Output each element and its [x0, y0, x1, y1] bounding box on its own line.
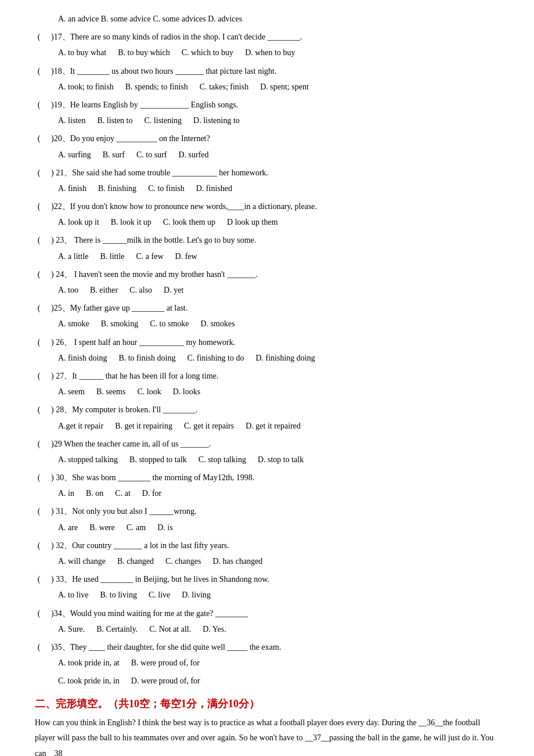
option-item: A. to live [58, 588, 89, 602]
options-row: A. to liveB. to livingC. liveD. living [58, 588, 499, 602]
paren-left: ( [35, 199, 43, 214]
question-row: ()17、There are so many kinds of radios i… [35, 30, 499, 44]
option-item: D. Yes. [203, 622, 226, 636]
option-item: C. look [137, 384, 161, 399]
question-text: ) 28、My computer is broken. I'll _______… [51, 402, 499, 417]
option-item: B. were proud of, for [131, 656, 200, 670]
options-row-1: A. took pride in, atB. were proud of, fo… [58, 656, 499, 670]
option-item: D. were proud of, for [131, 674, 200, 688]
paren-left: ( [35, 64, 43, 78]
options-row: A. took pride in, atB. were proud of, fo… [35, 656, 499, 688]
option-item: C. get it repairs [184, 419, 234, 433]
question-row: () 21、She said she had some trouble ____… [35, 165, 499, 180]
question-row: ()35、They ____ their daughter, for she d… [35, 640, 499, 654]
option-item: D. listening to [193, 113, 240, 128]
paren-left: ( [35, 538, 43, 553]
paren-left: ( [35, 504, 43, 519]
options-row: A. took; to finishB. spends; to finishC.… [58, 80, 499, 94]
question-row: () 28、My computer is broken. I'll ______… [35, 402, 499, 417]
question-text: ) 32、Our country _______ a lot in the la… [51, 538, 499, 553]
options-row: A. finish doingB. to finish doingC. fini… [58, 351, 499, 365]
paren-left: ( [35, 233, 43, 247]
question-text: )22、If you don't know how to pronounce n… [51, 199, 499, 214]
question-text: )35、They ____ their daughter, for she di… [51, 640, 499, 654]
option-item: C. live [149, 588, 170, 602]
option-item: A. Sure. [58, 622, 85, 636]
option-item: A. took; to finish [58, 80, 114, 94]
option-item: D. spent; spent [260, 80, 309, 94]
option-item: C. look them up [163, 215, 215, 229]
question-row: () 23、 There is ______milk in the bottle… [35, 233, 499, 247]
option-item: D. for [142, 486, 161, 501]
question-text: ) 21、She said she had some trouble _____… [51, 165, 499, 180]
option-item: C. to surf [136, 147, 167, 162]
option-item: C. at [115, 486, 130, 501]
options-row: A. inB. onC. atD. for [58, 486, 499, 501]
question-text: )18、It ________ us about two hours _____… [51, 64, 499, 78]
options-row: A. smokeB. smokingC. to smokeD. smokes [58, 316, 499, 331]
paren-left: ( [35, 437, 43, 451]
option-item: A. finish doing [58, 351, 107, 365]
section2-header: 二、完形填空。（共10空；每空1分，满分10分） [35, 694, 499, 713]
options-row: A. seemB. seemsC. lookD. looks [58, 384, 499, 399]
option-item: C. takes; finish [200, 80, 248, 94]
option-item: D. surfed [178, 147, 208, 162]
options-row: A. surfingB. surfC. to surfD. surfed [58, 147, 499, 162]
option-item: B. seems [96, 384, 126, 399]
question-row: ()25、My father gave up ________ at last. [35, 301, 499, 315]
option-item: B. surf [103, 147, 125, 162]
option-item: A.get it repair [58, 419, 103, 433]
option-item: B. on [86, 486, 103, 501]
option-item: D. has changed [212, 554, 262, 568]
question-row: ()34、Would you mind waiting for me at th… [35, 606, 499, 621]
option-item: D. yet [164, 283, 183, 297]
questions-container: ()17、There are so many kinds of radios i… [35, 30, 499, 688]
option-item: D. living [182, 588, 211, 602]
option-item: C. Not at all. [149, 622, 191, 636]
question-text: )29 When the teacher came in, all of us … [51, 437, 499, 451]
option-item: A. smoke [58, 316, 89, 331]
question-text: )20、Do you enjoy __________ on the Inter… [51, 131, 499, 146]
question-text: ) 23、 There is ______milk in the bottle.… [51, 233, 499, 247]
option-item: A. a little [58, 249, 89, 264]
paren-left: ( [35, 640, 43, 654]
question-text: )34、Would you mind waiting for me at the… [51, 606, 499, 621]
top-option-text: A. an advice B. some advice C. some advi… [58, 12, 242, 26]
paren-left: ( [35, 131, 43, 146]
option-item: D. smokes [201, 316, 235, 331]
option-item: B. to buy which [118, 45, 169, 60]
question-row: ()18、It ________ us about two hours ____… [35, 64, 499, 78]
option-item: B. changed [117, 554, 154, 568]
question-text: ) 27、It ______ that he has been ill for … [51, 369, 499, 383]
paren-left: ( [35, 267, 43, 282]
option-item: C. listening [145, 113, 182, 128]
top-options-row: A. an advice B. some advice C. some advi… [58, 12, 499, 26]
option-item: D. when to buy [245, 45, 295, 60]
option-item: D. finishing doing [255, 351, 315, 365]
option-item: C. stop talking [199, 452, 246, 467]
option-item: A. too [58, 283, 78, 297]
question-text: )25、My father gave up ________ at last. [51, 301, 499, 315]
question-text: ) 30、She was born ________ the morning o… [51, 470, 499, 485]
question-row: () 33、He used ________ in Beijing, but h… [35, 572, 499, 586]
options-row: A. to buy whatB. to buy whichC. which to… [58, 45, 499, 60]
option-item: B. finishing [98, 181, 136, 196]
question-text: )17、There are so many kinds of radios in… [51, 30, 499, 44]
option-item: B. stopped to talk [129, 452, 187, 467]
question-row: () 24、 I haven't seen the movie and my b… [35, 267, 499, 282]
options-row: A. areB. wereC. amD. is [58, 520, 499, 535]
paren-left: ( [35, 470, 43, 485]
option-item: A. finish [58, 181, 86, 196]
options-row: A. a littleB. littleC. a fewD. few [58, 249, 499, 264]
question-text: ) 26、 I spent half an hour ___________ m… [51, 335, 499, 350]
option-item: A. stopped talking [58, 452, 118, 467]
question-row: ()20、Do you enjoy __________ on the Inte… [35, 131, 499, 146]
option-item: B. spends; to finish [125, 80, 188, 94]
option-item: C. also [129, 283, 152, 297]
option-item: C. a few [136, 249, 164, 264]
question-row: () 27、It ______ that he has been ill for… [35, 369, 499, 383]
paren-left: ( [35, 98, 43, 112]
option-item: A. took pride in, at [58, 656, 120, 670]
option-item: C. which to buy [182, 45, 233, 60]
paren-left: ( [35, 369, 43, 383]
